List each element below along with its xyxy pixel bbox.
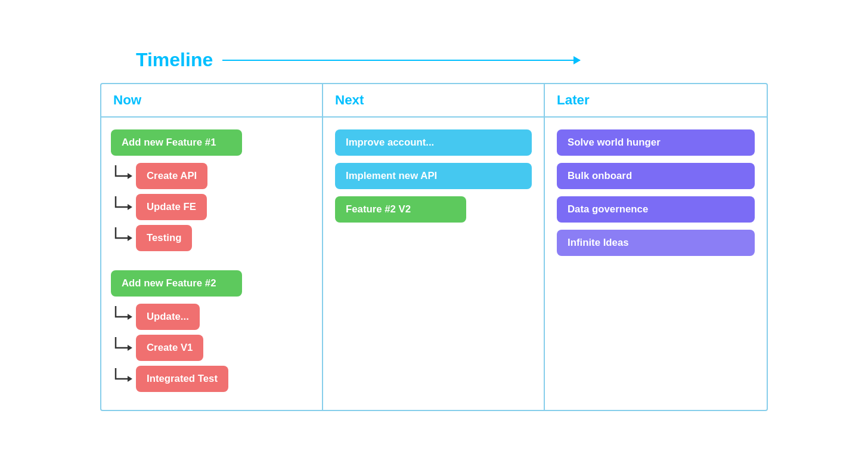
svg-marker-4: [128, 345, 132, 351]
card-solve-world-hunger[interactable]: Solve world hunger: [557, 129, 755, 156]
card-create-api[interactable]: Create API: [136, 163, 207, 189]
arrow-connector: [111, 227, 132, 249]
connector-svg: [111, 306, 132, 328]
card-implement-api[interactable]: Implement new API: [335, 163, 532, 189]
column-later: Later Solve world hunger Bulk onboard Da…: [545, 84, 767, 410]
card-feature-1[interactable]: Add new Feature #1: [111, 129, 242, 156]
card-feature-2[interactable]: Add new Feature #2: [111, 270, 242, 297]
column-body-now: Add new Feature #1 Create API: [101, 118, 322, 410]
timeline-arrow-line: [222, 60, 580, 61]
sub-item-row: Update...: [111, 304, 312, 330]
svg-marker-1: [128, 204, 132, 210]
card-update[interactable]: Update...: [136, 304, 200, 330]
sub-items-2: Update... Create V1: [111, 299, 312, 392]
arrow-connector: [111, 165, 132, 187]
arrow-connector: [111, 337, 132, 359]
arrow-connector: [111, 306, 132, 328]
sub-item-row: Integrated Test: [111, 366, 312, 392]
feature-group-2: Add new Feature #2 Update...: [111, 270, 312, 392]
svg-marker-2: [128, 235, 132, 241]
page-wrapper: Timeline Now Add new Feature #1: [76, 31, 792, 429]
card-bulk-onboard[interactable]: Bulk onboard: [557, 163, 755, 189]
card-data-governence[interactable]: Data governence: [557, 196, 755, 223]
feature-group-1: Add new Feature #1 Create API: [111, 129, 312, 251]
connector-svg: [111, 227, 132, 249]
sub-item-row: Create API: [111, 163, 312, 189]
svg-marker-0: [128, 173, 132, 179]
board: Now Add new Feature #1: [100, 83, 768, 411]
card-feature2-v2[interactable]: Feature #2 V2: [335, 196, 466, 223]
column-header-now: Now: [101, 84, 322, 118]
sub-item-row: Create V1: [111, 335, 312, 361]
arrow-connector: [111, 196, 132, 218]
svg-marker-5: [128, 376, 132, 382]
card-update-fe[interactable]: Update FE: [136, 194, 207, 220]
timeline-header: Timeline: [100, 49, 768, 71]
connector-svg: [111, 368, 132, 390]
connector-svg: [111, 337, 132, 359]
sub-item-row: Update FE: [111, 194, 312, 220]
column-body-next: Improve account... Implement new API Fea…: [323, 118, 544, 410]
card-infinite-ideas[interactable]: Infinite Ideas: [557, 230, 755, 256]
timeline-arrow: [222, 60, 580, 61]
timeline-title: Timeline: [136, 49, 213, 71]
svg-marker-3: [128, 314, 132, 320]
connector-svg: [111, 165, 132, 187]
connector-svg: [111, 196, 132, 218]
column-header-next: Next: [323, 84, 544, 118]
card-create-v1[interactable]: Create V1: [136, 335, 203, 361]
column-header-later: Later: [545, 84, 767, 118]
card-improve-account[interactable]: Improve account...: [335, 129, 532, 156]
card-integrated-test[interactable]: Integrated Test: [136, 366, 228, 392]
sub-items-1: Create API Update FE: [111, 158, 312, 251]
column-next: Next Improve account... Implement new AP…: [323, 84, 545, 410]
column-now: Now Add new Feature #1: [101, 84, 323, 410]
arrow-connector: [111, 368, 132, 390]
card-testing[interactable]: Testing: [136, 225, 192, 251]
column-body-later: Solve world hunger Bulk onboard Data gov…: [545, 118, 767, 410]
sub-item-row: Testing: [111, 225, 312, 251]
